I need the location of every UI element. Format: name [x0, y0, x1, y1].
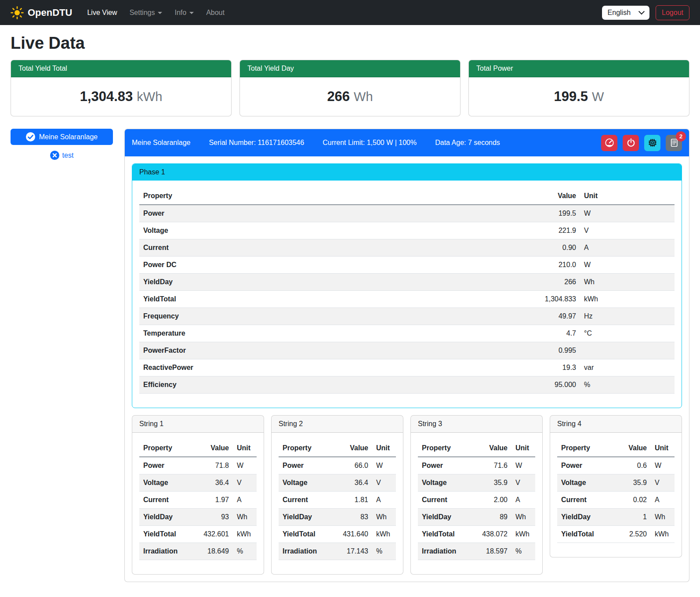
device-info-button[interactable]	[644, 135, 660, 151]
limit-settings-button[interactable]	[601, 135, 617, 151]
value-cell: 35.9	[470, 474, 511, 492]
property-cell: Voltage	[139, 474, 192, 492]
table-row: Irradiation18.597%	[418, 543, 535, 560]
unit-cell: V	[372, 474, 396, 492]
value-cell: 83	[331, 509, 372, 526]
chevron-down-icon	[638, 8, 645, 14]
x-circle-icon	[50, 151, 59, 160]
property-cell: Voltage	[279, 474, 331, 492]
summary-card-title: Total Power	[469, 60, 689, 77]
column-header-value: Value	[192, 440, 233, 457]
phase-card-title: Phase 1	[132, 164, 682, 181]
brand-label: OpenDTU	[28, 7, 72, 18]
inverter-panel-name: Meine Solaranlage	[132, 139, 190, 147]
check-circle-icon	[26, 132, 35, 141]
column-header-unit: Unit	[233, 440, 257, 457]
current-limit: Current Limit: 1,500 W | 100%	[323, 139, 417, 147]
unit-cell: kWh	[580, 291, 675, 308]
property-cell: Power	[418, 457, 470, 474]
power-button[interactable]	[623, 135, 639, 151]
string-table: Property Value Unit Power71.6WVoltage35.…	[418, 440, 535, 560]
table-row: Voltage221.9V	[139, 222, 675, 239]
string-table: Property Value Unit Power0.6WVoltage35.9…	[557, 440, 675, 543]
inverter-button-test[interactable]: test	[11, 151, 113, 160]
unit-cell: V	[580, 222, 675, 239]
nav-item-label: Info	[174, 9, 186, 17]
table-header-row: Property Value Unit	[418, 440, 535, 457]
nav-item-settings[interactable]: Settings	[123, 5, 169, 20]
nav-item-about[interactable]: About	[200, 5, 231, 20]
table-row: Voltage35.9V	[557, 474, 675, 492]
value-cell: 2.00	[470, 492, 511, 509]
data-age: Data Age: 7 seconds	[435, 139, 500, 147]
unit-cell: W	[580, 205, 675, 222]
table-row: Current0.02A	[557, 492, 675, 509]
table-row: Irradiation18.649%	[139, 543, 257, 560]
string-table: Property Value Unit Power71.8WVoltage36.…	[139, 440, 257, 560]
table-row: Current2.00A	[418, 492, 535, 509]
table-header-row: Property Value Unit	[279, 440, 396, 457]
value-cell: 210.0	[402, 257, 580, 274]
property-cell: Voltage	[139, 222, 402, 239]
table-row: Power66.0W	[279, 457, 396, 474]
unit-cell: kWh	[372, 526, 396, 543]
events-button[interactable]: 2	[666, 135, 682, 151]
summary-card-title: Total Yield Total	[11, 60, 231, 77]
value-cell: 36.4	[331, 474, 372, 492]
unit-cell: A	[511, 492, 535, 509]
string-card-1: String 1 Property Value Unit	[132, 415, 264, 575]
table-row: YieldDay266Wh	[139, 274, 675, 291]
table-row: Power71.6W	[418, 457, 535, 474]
value-cell: 0.02	[614, 492, 651, 509]
summary-value: 266	[327, 89, 350, 104]
nav-right: English Logout	[602, 5, 689, 20]
column-header-value: Value	[331, 440, 372, 457]
summary-unit: kWh	[137, 90, 162, 104]
property-cell: YieldTotal	[418, 526, 470, 543]
property-cell: YieldTotal	[557, 526, 614, 543]
power-icon	[626, 138, 636, 148]
value-cell: 71.6	[470, 457, 511, 474]
unit-cell: Hz	[580, 308, 675, 325]
summary-value: 199.5	[554, 89, 588, 104]
nav-item-live-view[interactable]: Live View	[81, 5, 123, 20]
page-title: Live Data	[11, 34, 689, 53]
table-row: Power71.8W	[139, 457, 257, 474]
value-cell: 2.520	[614, 526, 651, 543]
unit-cell: kWh	[651, 526, 675, 543]
value-cell: 432.601	[192, 526, 233, 543]
brand[interactable]: OpenDTU	[11, 6, 72, 19]
value-cell: 35.9	[614, 474, 651, 492]
phase-table: Property Value Unit Power199.5WVoltage22…	[139, 188, 675, 394]
language-select[interactable]: English	[602, 6, 649, 20]
unit-cell: W	[651, 457, 675, 474]
property-cell: Power	[279, 457, 331, 474]
phase-card: Phase 1 Property Value Unit Power199.5WV…	[132, 163, 682, 408]
column-header-value: Value	[402, 188, 580, 205]
table-row: YieldTotal431.640kWh	[279, 526, 396, 543]
property-cell: Current	[139, 492, 192, 509]
column-header-unit: Unit	[651, 440, 675, 457]
table-row: YieldTotal1,304.833kWh	[139, 291, 675, 308]
nav-item-info[interactable]: Info	[168, 5, 200, 20]
value-cell: 66.0	[331, 457, 372, 474]
string-card-title: String 2	[272, 416, 403, 433]
summary-card-total-yield-total: Total Yield Total 1,304.83kWh	[11, 60, 232, 116]
summary-value: 1,304.83	[80, 89, 133, 104]
value-cell: 93	[192, 509, 233, 526]
unit-cell: %	[511, 543, 535, 560]
property-cell: Power	[139, 205, 402, 222]
table-row: Power DC210.0W	[139, 257, 675, 274]
summary-card-body: 1,304.83kWh	[11, 77, 231, 116]
table-row: Current0.90A	[139, 239, 675, 257]
string-card-body: Property Value Unit Power71.6WVoltage35.…	[411, 433, 542, 574]
inverter-button-selected[interactable]: Meine Solaranlage	[11, 129, 113, 145]
logout-button[interactable]: Logout	[656, 5, 689, 20]
table-row: YieldDay93Wh	[139, 509, 257, 526]
navbar: OpenDTU Live View Settings Info About En…	[0, 0, 700, 25]
string-card-title: String 1	[132, 416, 264, 433]
unit-cell: W	[372, 457, 396, 474]
value-cell: 18.597	[470, 543, 511, 560]
unit-cell: Wh	[372, 509, 396, 526]
property-cell: Temperature	[139, 325, 402, 342]
